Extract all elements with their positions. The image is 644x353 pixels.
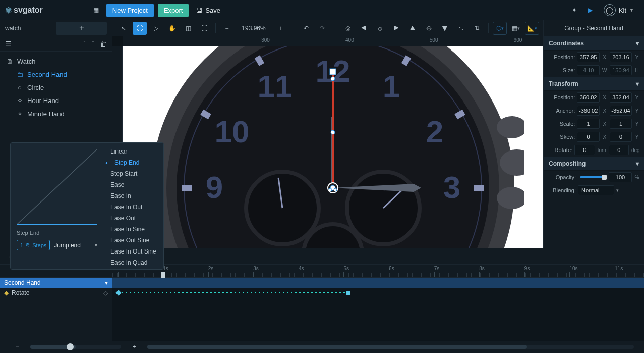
add-element-button[interactable]: ＋ — [56, 22, 107, 35]
track-row-rotate[interactable] — [112, 288, 644, 298]
layer-second-hand[interactable]: 🗀 Second Hand — [0, 68, 112, 81]
layer-minute-hand[interactable]: ✧ Minute Hand — [0, 107, 112, 120]
easing-option[interactable]: Linear — [104, 146, 163, 157]
canvas-settings-1[interactable]: ◎ — [341, 22, 355, 35]
fit-tool[interactable]: ⛶ — [197, 22, 211, 35]
time-tick: 8s — [479, 266, 485, 271]
t-position-label: Position: — [548, 94, 575, 100]
size-h[interactable]: 150.94 — [610, 65, 632, 75]
timeline-tracks[interactable]: 0s 1s 2s 3s 4s 5s 6s 7s 8s 9s 10s 11s — [112, 265, 644, 341]
zoom-in-button[interactable]: + — [273, 22, 287, 35]
section-transform[interactable]: Transform ▾ — [544, 77, 644, 91]
redo-button[interactable]: ↷ — [315, 22, 329, 35]
project-name[interactable]: watch — [5, 25, 56, 32]
zoom-out-button[interactable]: − — [220, 22, 234, 35]
add-keyframe-icon[interactable]: ◇ — [103, 289, 108, 296]
star-icon: ✧ — [16, 97, 23, 105]
scale-x[interactable]: 1 — [577, 119, 600, 129]
zoom-timeline-in[interactable]: + — [127, 340, 141, 353]
trash-icon[interactable]: 🗑 — [100, 40, 107, 48]
flip-h-icon[interactable]: ⇋ — [454, 22, 468, 35]
flip-v-icon[interactable]: ⇅ — [470, 22, 484, 35]
easing-graph[interactable] — [17, 149, 97, 225]
time-tick: 10s — [569, 266, 577, 271]
timeline-zoom-scroll[interactable] — [30, 345, 121, 349]
rotate-deg[interactable]: 0 — [609, 145, 629, 155]
pan-tool[interactable]: ✋ — [165, 22, 179, 35]
opacity-value[interactable]: 100 — [609, 172, 632, 182]
steps-input[interactable]: 1 ⚟ Steps — [17, 240, 50, 250]
timeline-prop-rotate[interactable]: ◆ Rotate ◇ — [0, 288, 112, 298]
rotate-turn[interactable]: 0 — [574, 145, 595, 155]
easing-option[interactable]: Ease In Sine — [104, 224, 163, 235]
playhead[interactable] — [163, 265, 163, 341]
zoom-value[interactable]: 193.96% — [236, 25, 271, 32]
apps-icon[interactable]: ▦ — [88, 2, 104, 18]
blending-select[interactable]: Normal — [578, 185, 614, 195]
layer-watch[interactable]: 🗎 Watch — [0, 55, 112, 68]
align-vcenter-icon[interactable]: ⦵ — [422, 22, 436, 35]
keyframe[interactable] — [346, 291, 350, 295]
keyframe[interactable] — [115, 290, 121, 295]
position-y[interactable]: 203.16 — [610, 52, 632, 62]
time-tick: 3s — [253, 266, 259, 271]
export-button[interactable]: Export — [158, 4, 189, 17]
ruler-toggle[interactable]: 📐▾ — [525, 22, 539, 35]
easing-option[interactable]: Step Start — [104, 168, 163, 179]
t-position-y[interactable]: 352.04 — [610, 92, 632, 103]
scale-y[interactable]: 1 — [610, 119, 632, 129]
circle-icon: ○ — [16, 84, 23, 91]
anchor-x[interactable]: -360.02 — [577, 106, 600, 116]
easing-option[interactable]: Ease Out Sine — [104, 235, 163, 246]
skew-x[interactable]: 0 — [577, 132, 600, 142]
timeline-ruler[interactable]: 0s 1s 2s 3s 4s 5s 6s 7s 8s 9s 10s 11s — [112, 265, 644, 278]
section-compositing[interactable]: Compositing ▾ — [544, 157, 644, 171]
t-position-x[interactable]: 360.02 — [577, 92, 600, 103]
play-preview-icon[interactable]: ▶ — [582, 2, 599, 18]
undo-button[interactable]: ↶ — [299, 22, 313, 35]
track-row[interactable] — [112, 278, 644, 288]
align-left-icon[interactable]: ⯇ — [357, 22, 371, 35]
node-tool[interactable]: ▷ — [149, 22, 163, 35]
settings-icon[interactable]: ✦ — [566, 2, 582, 18]
chevron-down-icon[interactable]: ˅ — [83, 40, 86, 48]
easing-option[interactable]: Ease In — [104, 190, 163, 201]
align-bottom-icon[interactable]: ⯆ — [438, 22, 452, 35]
align-top-icon[interactable]: ⯅ — [405, 22, 420, 35]
timeline-layer-secondhand[interactable]: Second Hand ▾ — [0, 278, 112, 288]
svg-point-33 — [331, 77, 335, 81]
canvas-area[interactable]: 300 400 500 600 — [112, 36, 543, 248]
canvas[interactable]: 12 1 2 3 11 10 9 — [123, 46, 543, 248]
jump-select[interactable]: Jump end ▼ — [54, 242, 98, 249]
snap-toggle[interactable]: ⬡▾ — [493, 22, 507, 35]
align-right-icon[interactable]: ⯈ — [389, 22, 403, 35]
user-menu[interactable]: ◯ Kit ▼ — [599, 1, 639, 19]
timeline-hscroll[interactable] — [147, 345, 634, 349]
easing-option[interactable]: Ease In Out — [104, 201, 163, 213]
section-coordinates[interactable]: Coordinates ▾ — [544, 36, 644, 51]
easing-option[interactable]: Step End — [104, 157, 163, 168]
cursor-tool[interactable]: ↖ — [116, 22, 131, 35]
position-x[interactable]: 357.95 — [577, 52, 600, 62]
new-project-button[interactable]: New Project — [106, 4, 154, 17]
save-button[interactable]: 🖫 Save — [191, 4, 225, 17]
easing-option[interactable]: Ease In Quad — [104, 257, 163, 268]
layer-hour-hand[interactable]: ✧ Hour Hand — [0, 94, 112, 107]
timeline-footer: − + — [0, 341, 644, 353]
clip-tool[interactable]: ◫ — [181, 22, 195, 35]
size-w[interactable]: 4.10 — [577, 65, 600, 75]
chevron-up-icon[interactable]: ˄ — [91, 40, 95, 48]
filter-icon[interactable]: ☰ — [5, 40, 12, 48]
opacity-slider[interactable] — [580, 176, 605, 178]
easing-option[interactable]: Ease Out — [104, 213, 163, 224]
align-hcenter-icon[interactable]: ⦶ — [373, 22, 387, 35]
skew-y[interactable]: 0 — [610, 132, 632, 142]
transform-tool[interactable]: ⛶ — [133, 22, 147, 35]
easing-option[interactable]: Ease — [104, 179, 163, 190]
easing-option[interactable]: Ease In Out Sine — [104, 246, 163, 257]
inspector-panel: Group - Second Hand Coordinates ▾ Positi… — [543, 20, 644, 248]
grid-toggle[interactable]: ▦▾ — [509, 22, 523, 35]
anchor-y[interactable]: -352.04 — [610, 106, 632, 116]
zoom-timeline-out[interactable]: − — [10, 340, 24, 353]
layer-circle[interactable]: ○ Circle — [0, 81, 112, 94]
